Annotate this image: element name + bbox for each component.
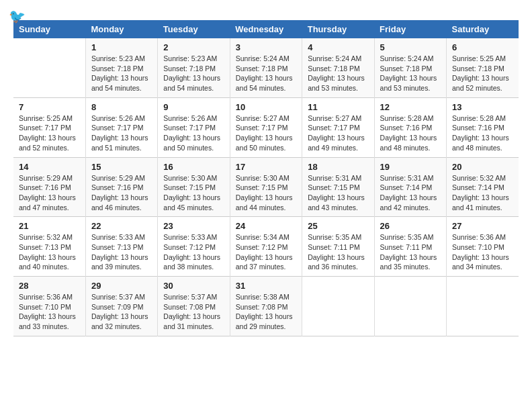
day-number: 15: [91, 162, 152, 172]
week-row-5: 28Sunrise: 5:36 AM Sunset: 7:10 PM Dayli…: [13, 277, 519, 336]
day-number: 23: [163, 221, 224, 231]
day-cell: 30Sunrise: 5:37 AM Sunset: 7:08 PM Dayli…: [158, 277, 230, 336]
day-info: Sunrise: 5:38 AM Sunset: 7:08 PM Dayligh…: [236, 292, 296, 332]
day-number: 6: [452, 42, 513, 52]
day-number: 16: [163, 162, 224, 172]
day-number: 4: [308, 42, 368, 52]
day-info: Sunrise: 5:29 AM Sunset: 7:16 PM Dayligh…: [91, 173, 152, 213]
day-info: Sunrise: 5:26 AM Sunset: 7:17 PM Dayligh…: [91, 113, 152, 153]
day-cell: 1Sunrise: 5:23 AM Sunset: 7:18 PM Daylig…: [85, 38, 157, 97]
day-number: 1: [91, 42, 152, 52]
day-number: 7: [19, 102, 80, 112]
day-cell: 13Sunrise: 5:28 AM Sunset: 7:16 PM Dayli…: [447, 97, 519, 157]
day-cell: 19Sunrise: 5:31 AM Sunset: 7:14 PM Dayli…: [374, 157, 446, 217]
day-info: Sunrise: 5:23 AM Sunset: 7:18 PM Dayligh…: [163, 54, 224, 93]
day-number: 24: [236, 221, 296, 231]
day-cell: 2Sunrise: 5:23 AM Sunset: 7:18 PM Daylig…: [158, 38, 230, 97]
day-info: Sunrise: 5:37 AM Sunset: 7:09 PM Dayligh…: [91, 292, 152, 332]
week-row-3: 14Sunrise: 5:29 AM Sunset: 7:16 PM Dayli…: [13, 157, 519, 217]
day-number: 5: [380, 42, 441, 52]
header-tuesday: Tuesday: [158, 20, 230, 38]
header-wednesday: Wednesday: [230, 20, 302, 38]
day-info: Sunrise: 5:33 AM Sunset: 7:12 PM Dayligh…: [163, 232, 224, 272]
header-saturday: Saturday: [447, 20, 519, 38]
day-cell: 15Sunrise: 5:29 AM Sunset: 7:16 PM Dayli…: [85, 157, 157, 217]
day-number: 2: [163, 42, 224, 52]
day-cell: 17Sunrise: 5:30 AM Sunset: 7:15 PM Dayli…: [230, 157, 302, 217]
day-info: Sunrise: 5:26 AM Sunset: 7:17 PM Dayligh…: [163, 113, 224, 153]
day-cell: 9Sunrise: 5:26 AM Sunset: 7:17 PM Daylig…: [158, 97, 230, 157]
day-info: Sunrise: 5:35 AM Sunset: 7:11 PM Dayligh…: [308, 232, 368, 272]
calendar-table: SundayMondayTuesdayWednesdayThursdayFrid…: [13, 20, 519, 336]
day-number: 10: [236, 102, 296, 112]
day-number: 11: [308, 102, 368, 112]
day-cell: 12Sunrise: 5:28 AM Sunset: 7:16 PM Dayli…: [374, 97, 446, 157]
day-cell: 25Sunrise: 5:35 AM Sunset: 7:11 PM Dayli…: [302, 217, 374, 277]
week-row-1: 1Sunrise: 5:23 AM Sunset: 7:18 PM Daylig…: [13, 38, 519, 97]
day-info: Sunrise: 5:24 AM Sunset: 7:18 PM Dayligh…: [380, 54, 441, 93]
day-number: 9: [163, 102, 224, 112]
day-cell: 5Sunrise: 5:24 AM Sunset: 7:18 PM Daylig…: [374, 38, 446, 97]
day-info: Sunrise: 5:25 AM Sunset: 7:17 PM Dayligh…: [19, 113, 80, 153]
day-cell: 16Sunrise: 5:30 AM Sunset: 7:15 PM Dayli…: [158, 157, 230, 217]
week-row-2: 7Sunrise: 5:25 AM Sunset: 7:17 PM Daylig…: [13, 97, 519, 157]
day-number: 25: [308, 221, 368, 231]
day-info: Sunrise: 5:30 AM Sunset: 7:15 PM Dayligh…: [236, 173, 296, 213]
day-info: Sunrise: 5:35 AM Sunset: 7:11 PM Dayligh…: [380, 232, 441, 272]
day-cell: 23Sunrise: 5:33 AM Sunset: 7:12 PM Dayli…: [158, 217, 230, 277]
day-number: 30: [163, 281, 224, 291]
day-info: Sunrise: 5:25 AM Sunset: 7:18 PM Dayligh…: [452, 54, 513, 93]
week-row-4: 21Sunrise: 5:32 AM Sunset: 7:13 PM Dayli…: [13, 217, 519, 277]
day-cell: 27Sunrise: 5:36 AM Sunset: 7:10 PM Dayli…: [447, 217, 519, 277]
day-info: Sunrise: 5:28 AM Sunset: 7:16 PM Dayligh…: [452, 113, 513, 153]
day-info: Sunrise: 5:27 AM Sunset: 7:17 PM Dayligh…: [308, 113, 368, 153]
day-info: Sunrise: 5:28 AM Sunset: 7:16 PM Dayligh…: [380, 113, 441, 153]
day-cell: 11Sunrise: 5:27 AM Sunset: 7:17 PM Dayli…: [302, 97, 374, 157]
day-number: 21: [19, 221, 80, 231]
day-number: 8: [91, 102, 152, 112]
day-number: 18: [308, 162, 368, 172]
day-info: Sunrise: 5:24 AM Sunset: 7:18 PM Dayligh…: [308, 54, 368, 93]
day-cell: 31Sunrise: 5:38 AM Sunset: 7:08 PM Dayli…: [230, 277, 302, 336]
header-friday: Friday: [374, 20, 446, 38]
header-monday: Monday: [85, 20, 157, 38]
day-info: Sunrise: 5:36 AM Sunset: 7:10 PM Dayligh…: [19, 292, 80, 332]
day-number: 12: [380, 102, 441, 112]
day-cell: 14Sunrise: 5:29 AM Sunset: 7:16 PM Dayli…: [13, 157, 85, 217]
day-info: Sunrise: 5:23 AM Sunset: 7:18 PM Dayligh…: [91, 54, 152, 93]
day-info: Sunrise: 5:27 AM Sunset: 7:17 PM Dayligh…: [236, 113, 296, 153]
day-cell: 10Sunrise: 5:27 AM Sunset: 7:17 PM Dayli…: [230, 97, 302, 157]
day-number: 27: [452, 221, 513, 231]
day-number: 17: [236, 162, 296, 172]
day-cell: 8Sunrise: 5:26 AM Sunset: 7:17 PM Daylig…: [85, 97, 157, 157]
day-info: Sunrise: 5:33 AM Sunset: 7:13 PM Dayligh…: [91, 232, 152, 272]
day-cell: 18Sunrise: 5:31 AM Sunset: 7:15 PM Dayli…: [302, 157, 374, 217]
day-cell: 6Sunrise: 5:25 AM Sunset: 7:18 PM Daylig…: [447, 38, 519, 97]
day-cell: 26Sunrise: 5:35 AM Sunset: 7:11 PM Dayli…: [374, 217, 446, 277]
day-info: Sunrise: 5:32 AM Sunset: 7:13 PM Dayligh…: [19, 232, 80, 272]
logo-bird-icon: 🐦: [9, 8, 26, 24]
day-number: 22: [91, 221, 152, 231]
day-cell: 21Sunrise: 5:32 AM Sunset: 7:13 PM Dayli…: [13, 217, 85, 277]
day-info: Sunrise: 5:34 AM Sunset: 7:12 PM Dayligh…: [236, 232, 296, 272]
day-number: 19: [380, 162, 441, 172]
day-cell: 4Sunrise: 5:24 AM Sunset: 7:18 PM Daylig…: [302, 38, 374, 97]
day-number: 14: [19, 162, 80, 172]
header-thursday: Thursday: [302, 20, 374, 38]
day-number: 3: [236, 42, 296, 52]
day-cell: [374, 277, 446, 336]
day-info: Sunrise: 5:29 AM Sunset: 7:16 PM Dayligh…: [19, 173, 80, 213]
day-number: 13: [452, 102, 513, 112]
day-info: Sunrise: 5:31 AM Sunset: 7:15 PM Dayligh…: [308, 173, 368, 213]
day-info: Sunrise: 5:36 AM Sunset: 7:10 PM Dayligh…: [452, 232, 513, 272]
day-info: Sunrise: 5:31 AM Sunset: 7:14 PM Dayligh…: [380, 173, 441, 213]
day-cell: 29Sunrise: 5:37 AM Sunset: 7:09 PM Dayli…: [85, 277, 157, 336]
day-cell: 3Sunrise: 5:24 AM Sunset: 7:18 PM Daylig…: [230, 38, 302, 97]
header-row: SundayMondayTuesdayWednesdayThursdayFrid…: [13, 20, 519, 38]
day-cell: [13, 38, 85, 97]
day-cell: 22Sunrise: 5:33 AM Sunset: 7:13 PM Dayli…: [85, 217, 157, 277]
day-cell: 24Sunrise: 5:34 AM Sunset: 7:12 PM Dayli…: [230, 217, 302, 277]
day-number: 26: [380, 221, 441, 231]
day-number: 20: [452, 162, 513, 172]
day-number: 31: [236, 281, 296, 291]
